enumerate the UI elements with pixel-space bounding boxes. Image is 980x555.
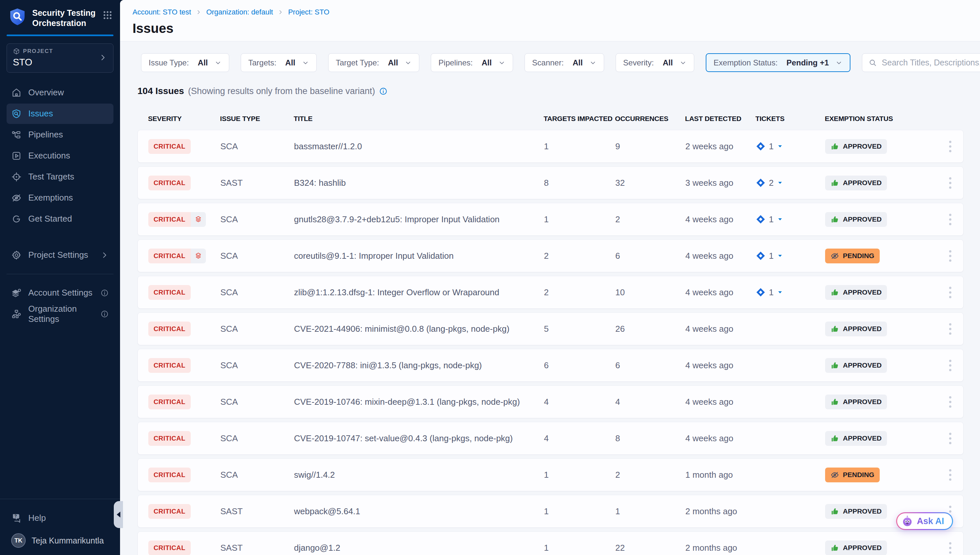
ticket-count: 1 xyxy=(769,287,773,298)
ticket-caret-icon[interactable] xyxy=(777,216,783,223)
table-row[interactable]: CRITICAL SCA bassmaster//1.2.0 1 9 2 wee… xyxy=(138,130,964,163)
ask-ai-button[interactable]: Ask AI xyxy=(896,512,953,530)
row-menu-button[interactable] xyxy=(946,430,954,447)
thumb-up-icon xyxy=(830,324,839,334)
table-row[interactable]: CRITICAL SCA coreutils@9.1-1: Improper I… xyxy=(138,239,964,272)
breadcrumb-link[interactable]: Organization: default xyxy=(206,8,273,16)
filter-scanner[interactable]: Scanner:All xyxy=(524,53,604,72)
exemption-status-label: APPROVED xyxy=(843,434,882,442)
home-icon xyxy=(11,87,22,98)
issues-count: 104 Issues xyxy=(138,86,184,96)
sidebar-item-organization-settings[interactable]: Organization Settings xyxy=(6,304,114,324)
row-menu-button[interactable] xyxy=(946,248,954,264)
table-row[interactable]: CRITICAL SCA CVE-2020-7788: ini@1.3.5 (l… xyxy=(138,349,964,382)
sidebar-item-exemptions[interactable]: Exemptions xyxy=(6,188,114,208)
breadcrumb-link[interactable]: Account: STO test xyxy=(133,8,191,16)
issue-title[interactable]: CVE-2020-7788: ini@1.3.5 (lang-pkgs, nod… xyxy=(294,360,544,371)
filter-label: Issue Type: xyxy=(149,58,189,67)
row-menu-button[interactable] xyxy=(946,211,954,228)
exemption-status-badge: PENDING xyxy=(825,249,880,263)
table-row[interactable]: CRITICAL SCA swig//1.4.2 1 2 1 month ago… xyxy=(138,458,964,491)
row-menu-button[interactable] xyxy=(946,175,954,191)
issue-title[interactable]: webpack@5.64.1 xyxy=(294,506,544,517)
search-input[interactable] xyxy=(882,58,980,67)
severity-label: CRITICAL xyxy=(148,395,191,409)
info-icon[interactable] xyxy=(379,87,388,96)
help-icon: ? xyxy=(11,513,22,523)
ticket-caret-icon[interactable] xyxy=(777,143,783,149)
thumb-up-icon xyxy=(830,361,839,370)
filter-target-type[interactable]: Target Type:All xyxy=(328,53,419,72)
issue-type: SAST xyxy=(220,178,294,188)
column-header: EXEMPTION STATUS xyxy=(825,115,940,123)
filter-severity[interactable]: Severity:All xyxy=(616,53,694,72)
issue-title[interactable]: bassmaster//1.2.0 xyxy=(294,141,544,152)
breadcrumb-link[interactable]: Project: STO xyxy=(288,8,329,16)
module-grid-icon[interactable] xyxy=(102,10,113,20)
sidebar-item-help[interactable]: ? Help xyxy=(6,508,114,528)
exemption-status-label: APPROVED xyxy=(843,398,882,406)
table-row[interactable]: CRITICAL SAST B324: hashlib 8 32 3 weeks… xyxy=(138,166,964,199)
ticket-caret-icon[interactable] xyxy=(777,180,783,186)
issue-type: SCA xyxy=(220,214,294,225)
sidebar-item-test-targets[interactable]: Test Targets xyxy=(6,167,114,187)
targets-impacted: 4 xyxy=(544,397,615,407)
issue-title[interactable]: CVE-2021-44906: minimist@0.0.8 (lang-pkg… xyxy=(294,324,544,334)
filter-exemption-status[interactable]: Exemption Status:Pending +1 xyxy=(706,53,850,72)
filter-targets[interactable]: Targets:All xyxy=(241,53,317,72)
issues-note: (Showing results only from the baseline … xyxy=(188,86,375,96)
sidebar-item-label: Project Settings xyxy=(28,250,88,260)
table-row[interactable]: CRITICAL SCA zlib@1:1.2.13.dfsg-1: Integ… xyxy=(138,276,964,309)
issue-title[interactable]: swig//1.4.2 xyxy=(294,470,544,480)
table-row[interactable]: CRITICAL SAST django@1.2 1 22 2 months a… xyxy=(138,531,964,555)
filter-pipelines[interactable]: Pipelines:All xyxy=(431,53,513,72)
issue-title[interactable]: gnutls28@3.7.9-2+deb12u5: Improper Input… xyxy=(294,214,544,225)
targets-impacted: 1 xyxy=(544,543,615,553)
row-menu-button[interactable] xyxy=(946,284,954,301)
table-header: SEVERITYISSUE TYPETITLETARGETS IMPACTEDO… xyxy=(138,111,964,127)
issue-title[interactable]: B324: hashlib xyxy=(294,178,544,188)
issue-title[interactable]: CVE-2019-10747: set-value@0.4.3 (lang-pk… xyxy=(294,433,544,444)
sidebar-item-get-started[interactable]: Get Started xyxy=(6,209,114,229)
row-menu-button[interactable] xyxy=(946,467,954,483)
table-row[interactable]: CRITICAL SCA CVE-2021-44906: minimist@0.… xyxy=(138,312,964,345)
issue-title[interactable]: coreutils@9.1-1: Improper Input Validati… xyxy=(294,251,544,261)
sidebar-item-overview[interactable]: Overview xyxy=(6,83,114,103)
chevron-down-icon xyxy=(302,59,309,66)
ticket-caret-icon[interactable] xyxy=(777,289,783,295)
column-header: LAST DETECTED xyxy=(685,115,755,123)
sidebar-item-label: Exemptions xyxy=(28,192,73,203)
table-row[interactable]: CRITICAL SAST webpack@5.64.1 1 1 2 month… xyxy=(138,495,964,528)
sidebar-item-account-settings[interactable]: Account Settings xyxy=(6,283,114,303)
table-row[interactable]: CRITICAL SCA CVE-2019-10747: set-value@0… xyxy=(138,422,964,455)
table-row[interactable]: CRITICAL SCA CVE-2019-10746: mixin-deep@… xyxy=(138,385,964,418)
filter-issue-type[interactable]: Issue Type:All xyxy=(141,53,229,72)
chevron-down-icon xyxy=(835,59,842,66)
issue-title[interactable]: zlib@1:1.2.13.dfsg-1: Integer Overflow o… xyxy=(294,287,544,298)
chevron-down-icon xyxy=(679,59,686,66)
sidebar-item-executions[interactable]: Executions xyxy=(6,146,114,166)
executions-icon xyxy=(11,151,22,161)
exemption-status-badge: APPROVED xyxy=(825,541,887,555)
sidebar-item-pipelines[interactable]: Pipelines xyxy=(6,125,114,145)
targets-impacted: 2 xyxy=(544,287,615,298)
ticket-caret-icon[interactable] xyxy=(777,252,783,259)
sidebar-collapse-handle[interactable] xyxy=(114,501,123,528)
row-menu-button[interactable] xyxy=(946,138,954,155)
row-menu-button[interactable] xyxy=(946,321,954,337)
severity-badge: CRITICAL xyxy=(148,322,191,336)
last-detected: 3 weeks ago xyxy=(685,178,756,188)
issue-title[interactable]: CVE-2019-10746: mixin-deep@1.3.1 (lang-p… xyxy=(294,397,544,407)
row-menu-button[interactable] xyxy=(946,357,954,374)
user-menu[interactable]: TK Teja Kummarikuntla xyxy=(6,533,114,548)
targets-impacted: 4 xyxy=(544,433,615,444)
issue-title[interactable]: django@1.2 xyxy=(294,543,544,553)
table-row[interactable]: CRITICAL SCA gnutls28@3.7.9-2+deb12u5: I… xyxy=(138,203,964,236)
row-menu-button[interactable] xyxy=(946,539,954,555)
row-menu-button[interactable] xyxy=(946,393,954,410)
project-selector[interactable]: PROJECT STO xyxy=(6,43,114,73)
sidebar-item-project-settings[interactable]: Project Settings xyxy=(6,245,114,265)
severity-badge: CRITICAL xyxy=(148,285,191,300)
sidebar-item-issues[interactable]: Issues xyxy=(6,104,114,124)
app-title: Security Testing Orchestration xyxy=(32,7,97,29)
